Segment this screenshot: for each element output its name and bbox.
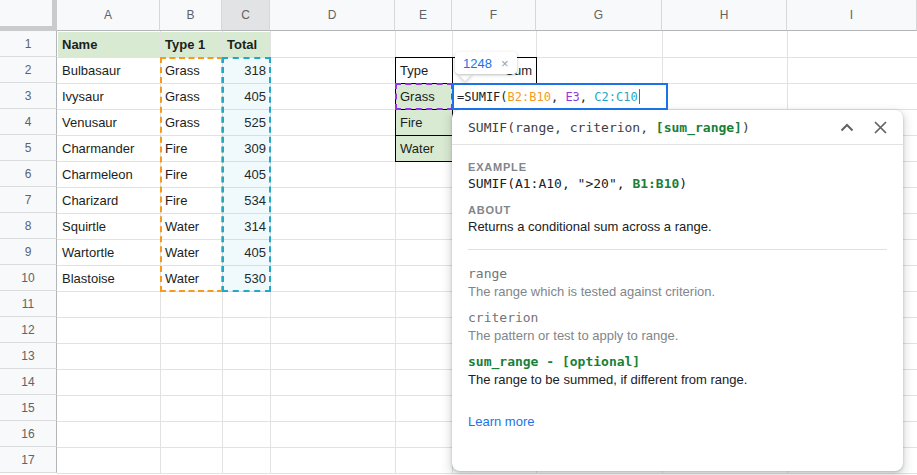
formula-result-preview: 1248 ×: [455, 52, 517, 74]
cell-C2[interactable]: 318: [223, 58, 270, 83]
cell-E3[interactable]: Grass: [395, 83, 453, 110]
close-icon[interactable]: [874, 121, 887, 134]
function-help-popup: SUMIF(range, criterion, [sum_range]) EXA…: [452, 110, 903, 471]
arg-name-criterion: criterion: [468, 310, 887, 326]
row-header-11[interactable]: 11: [0, 291, 57, 317]
row-header-7[interactable]: 7: [0, 187, 57, 213]
formula-token: E3: [565, 90, 579, 104]
example-code: SUMIF(A1:A10, ">20", B1:B10): [468, 176, 887, 192]
arg-desc-criterion: The pattern or test to apply to range.: [468, 328, 887, 344]
column-header-C[interactable]: C: [222, 0, 270, 31]
row-header-17[interactable]: 17: [0, 447, 57, 473]
cell-A5[interactable]: Charmander: [58, 136, 160, 161]
cell-A9[interactable]: Wartortle: [58, 240, 160, 265]
cell-C6[interactable]: 405: [223, 162, 270, 187]
cell-C3[interactable]: 405: [223, 84, 270, 109]
column-header-B[interactable]: B: [160, 0, 222, 31]
cell-A4[interactable]: Venusaur: [58, 110, 160, 135]
column-header-G[interactable]: G: [536, 0, 662, 31]
cell-B1[interactable]: Type 1: [161, 32, 222, 57]
cell-C7[interactable]: 534: [223, 188, 270, 213]
formula-token: C2:C10: [594, 90, 637, 104]
preview-value: 1248: [463, 56, 492, 71]
signature-prefix: SUMIF(range, criterion,: [468, 120, 656, 135]
gridline-vertical: [270, 31, 271, 473]
cell-C5[interactable]: 309: [223, 136, 270, 161]
cell-C9[interactable]: 405: [223, 240, 270, 265]
row-header-14[interactable]: 14: [0, 369, 57, 395]
cell-A3[interactable]: Ivysaur: [58, 84, 160, 109]
column-header-H[interactable]: H: [662, 0, 787, 31]
cell-B2[interactable]: Grass: [161, 58, 222, 83]
formula-input[interactable]: =SUMIF(B2:B10, E3, C2:C10: [452, 83, 668, 110]
cell-C1[interactable]: Total: [223, 32, 270, 57]
cell-C4[interactable]: 525: [223, 110, 270, 135]
cell-B3[interactable]: Grass: [161, 84, 222, 109]
popup-header: SUMIF(range, criterion, [sum_range]): [452, 110, 903, 145]
learn-more-link[interactable]: Learn more: [468, 414, 534, 429]
row-header-1[interactable]: 1: [0, 31, 57, 57]
cell-C10[interactable]: 530: [223, 266, 270, 291]
cell-B4[interactable]: Grass: [161, 110, 222, 135]
dismiss-preview-icon[interactable]: ×: [501, 57, 509, 70]
row-header-6[interactable]: 6: [0, 161, 57, 187]
arg-name-sum-range: sum_range - [optional]: [468, 354, 887, 370]
column-header-A[interactable]: A: [57, 0, 160, 31]
cell-E4[interactable]: Fire: [395, 109, 453, 136]
arg-desc-sum-range: The range to be summed, if different fro…: [468, 372, 887, 388]
cell-E5[interactable]: Water: [395, 135, 453, 162]
row-header-13[interactable]: 13: [0, 343, 57, 369]
row-header-4[interactable]: 4: [0, 109, 57, 135]
cell-B8[interactable]: Water: [161, 214, 222, 239]
column-header-D[interactable]: D: [270, 0, 395, 31]
cell-B5[interactable]: Fire: [161, 136, 222, 161]
column-header-I[interactable]: I: [787, 0, 917, 31]
formula-token: ,: [580, 90, 594, 104]
select-all-corner[interactable]: [0, 0, 57, 31]
arg-sum-range-optional-tag: - [optional]: [538, 354, 640, 369]
cell-B9[interactable]: Water: [161, 240, 222, 265]
row-header-10[interactable]: 10: [0, 265, 57, 291]
gridline-horizontal: [57, 473, 917, 474]
cell-A7[interactable]: Charizard: [58, 188, 160, 213]
column-header-E[interactable]: E: [395, 0, 452, 31]
row-header-2[interactable]: 2: [0, 57, 57, 83]
row-header-12[interactable]: 12: [0, 317, 57, 343]
arg-sum-range-text: sum_range: [468, 354, 538, 369]
cell-E2[interactable]: Type: [395, 57, 453, 84]
cell-A2[interactable]: Bulbasaur: [58, 58, 160, 83]
arg-name-range: range: [468, 266, 887, 282]
row-header-5[interactable]: 5: [0, 135, 57, 161]
collapse-icon[interactable]: [840, 123, 854, 132]
arg-desc-range: The range which is tested against criter…: [468, 284, 887, 300]
cell-B10[interactable]: Water: [161, 266, 222, 291]
formula-token: =SUMIF(: [457, 90, 508, 104]
example-prefix: SUMIF(A1:A10, ">20",: [468, 176, 632, 191]
column-header-F[interactable]: F: [452, 0, 536, 31]
cell-A6[interactable]: Charmeleon: [58, 162, 160, 187]
signature-suffix: ): [742, 120, 750, 135]
example-suffix: ): [679, 176, 687, 191]
about-text: Returns a conditional sum across a range…: [468, 219, 887, 235]
function-signature: SUMIF(range, criterion, [sum_range]): [468, 120, 820, 135]
row-header-15[interactable]: 15: [0, 395, 57, 421]
cell-A8[interactable]: Squirtle: [58, 214, 160, 239]
cell-A10[interactable]: Blastoise: [58, 266, 160, 291]
row-header-9[interactable]: 9: [0, 239, 57, 265]
cell-A1[interactable]: Name: [58, 32, 160, 57]
formula-token: B2:B10: [508, 90, 551, 104]
section-divider: [468, 249, 887, 250]
row-header-16[interactable]: 16: [0, 421, 57, 447]
about-label: ABOUT: [468, 204, 887, 216]
cell-B7[interactable]: Fire: [161, 188, 222, 213]
formula-token: ,: [551, 90, 565, 104]
formula-text: =SUMIF(B2:B10, E3, C2:C10: [457, 90, 638, 104]
example-highlight: B1:B10: [632, 176, 679, 191]
row-header-8[interactable]: 8: [0, 213, 57, 239]
signature-optional-arg: [sum_range]: [656, 120, 742, 135]
text-cursor: [639, 89, 640, 104]
cell-B6[interactable]: Fire: [161, 162, 222, 187]
cell-C8[interactable]: 314: [223, 214, 270, 239]
popup-body: EXAMPLE SUMIF(A1:A10, ">20", B1:B10) ABO…: [452, 145, 903, 430]
row-header-3[interactable]: 3: [0, 83, 57, 109]
